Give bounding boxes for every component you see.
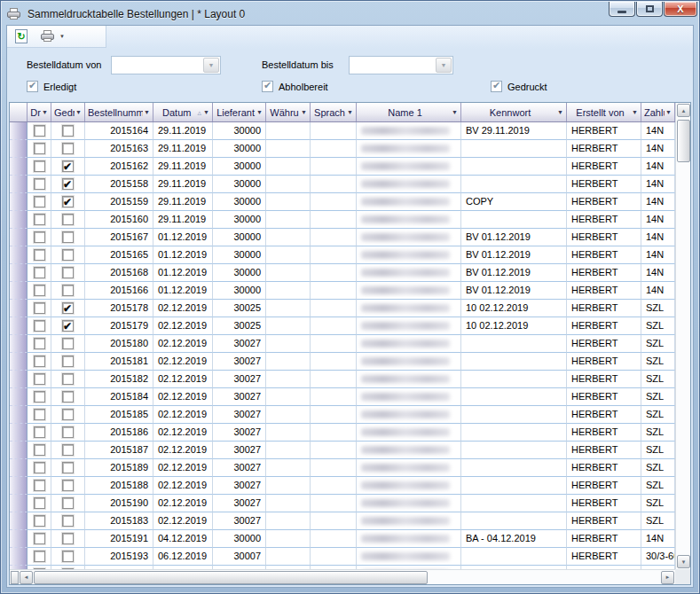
- column-header-name1[interactable]: Name 1 ▼: [357, 103, 461, 121]
- column-filter-dropdown-icon[interactable]: ▼: [301, 109, 307, 115]
- gedr-checkbox[interactable]: [62, 444, 74, 456]
- column-header-lieferant[interactable]: Lieferant ▼: [213, 103, 266, 121]
- table-row[interactable]: 2015166 01.12.2019 30000 BV 01.12.2019 H…: [10, 282, 675, 300]
- column-filter-dropdown-icon[interactable]: ▼: [347, 109, 353, 115]
- hscroll-splitter[interactable]: [11, 571, 19, 584]
- row-indicator[interactable]: [10, 424, 28, 442]
- table-row[interactable]: 2015163 29.11.2019 30000 HERBERT 14N: [10, 140, 675, 158]
- row-indicator[interactable]: [10, 548, 28, 566]
- dr-checkbox[interactable]: [34, 214, 45, 225]
- gedr-checkbox[interactable]: [62, 480, 74, 491]
- table-row[interactable]: 2015185 02.12.2019 30027 HERBERT SZL: [10, 406, 675, 424]
- row-indicator[interactable]: [10, 246, 28, 264]
- scroll-left-icon[interactable]: ◄: [20, 571, 33, 584]
- column-header-datum[interactable]: Datum ▵ ▼: [153, 103, 213, 121]
- table-row[interactable]: 2015164 29.11.2019 30000 BV 29.11.2019 H…: [10, 122, 675, 140]
- row-indicator[interactable]: [10, 140, 28, 158]
- column-filter-dropdown-icon[interactable]: ▼: [42, 109, 48, 115]
- row-indicator[interactable]: [10, 300, 28, 317]
- dr-checkbox[interactable]: [34, 196, 45, 207]
- row-indicator[interactable]: [10, 122, 28, 140]
- table-row[interactable]: 2015181 02.12.2019 30027 HERBERT SZL: [10, 353, 675, 371]
- dr-checkbox[interactable]: [34, 231, 45, 243]
- filter-erledigt[interactable]: Erledigt: [27, 81, 76, 92]
- dr-checkbox[interactable]: [34, 285, 45, 296]
- table-row[interactable]: 2015167 01.12.2019 30000 BV 01.12.2019 H…: [10, 229, 675, 246]
- column-header-zahlung[interactable]: Zahlungs ▼: [641, 103, 675, 121]
- close-button[interactable]: X: [664, 2, 697, 17]
- horizontal-scroll-thumb[interactable]: [34, 571, 428, 584]
- abholbereit-checkbox[interactable]: [262, 81, 273, 92]
- table-row[interactable]: 2015168 01.12.2019 30000 BV 01.12.2019 H…: [10, 264, 675, 282]
- row-indicator[interactable]: [10, 406, 28, 424]
- vertical-scrollbar[interactable]: ▲ ▼: [675, 103, 690, 569]
- gedr-checkbox[interactable]: [62, 302, 74, 314]
- gedr-checkbox[interactable]: [62, 515, 74, 527]
- table-row[interactable]: 2015193 06.12.2019 30007 HERBERT 30/3-60…: [10, 548, 675, 566]
- row-indicator[interactable]: [10, 282, 28, 300]
- titlebar[interactable]: Sammeldrucktabelle Bestellungen | * Layo…: [6, 4, 694, 25]
- dr-checkbox[interactable]: [34, 515, 45, 527]
- row-indicator[interactable]: [10, 512, 28, 530]
- row-indicator[interactable]: [10, 211, 28, 229]
- date-to-input[interactable]: [350, 57, 435, 74]
- filter-gedruckt[interactable]: Gedruckt: [491, 81, 547, 92]
- column-header-sprache[interactable]: Sprach ▼: [311, 103, 357, 121]
- column-filter-dropdown-icon[interactable]: ▼: [557, 109, 563, 115]
- gedr-checkbox[interactable]: [62, 462, 74, 473]
- column-filter-dropdown-icon[interactable]: ▼: [144, 109, 150, 115]
- table-row[interactable]: 2015191 04.12.2019 30000 BA - 04.12.2019…: [10, 530, 675, 548]
- column-header-dr[interactable]: Dr ▼: [28, 103, 51, 121]
- dr-checkbox[interactable]: [34, 338, 45, 349]
- dr-checkbox[interactable]: [34, 551, 45, 562]
- gedr-checkbox[interactable]: [62, 551, 74, 562]
- row-indicator[interactable]: [10, 353, 28, 371]
- date-to-combobox[interactable]: ▼: [349, 56, 453, 74]
- gedr-checkbox[interactable]: [62, 497, 74, 509]
- vertical-scroll-thumb[interactable]: [677, 120, 690, 162]
- row-indicator[interactable]: [10, 335, 28, 353]
- gedr-checkbox[interactable]: [62, 249, 74, 261]
- gedr-checkbox[interactable]: [62, 160, 74, 172]
- scroll-down-icon[interactable]: ▼: [677, 555, 690, 568]
- table-row[interactable]: 2015179 02.12.2019 30025 10 02.12.2019 H…: [10, 317, 675, 335]
- dr-checkbox[interactable]: [34, 480, 45, 491]
- dr-checkbox[interactable]: [34, 426, 45, 438]
- dr-checkbox[interactable]: [34, 497, 45, 509]
- dr-checkbox[interactable]: [34, 409, 45, 420]
- dr-checkbox[interactable]: [34, 249, 45, 261]
- column-header-waehrung[interactable]: Währu ▼: [266, 103, 311, 121]
- dr-checkbox[interactable]: [34, 391, 45, 403]
- dr-checkbox[interactable]: [34, 178, 45, 190]
- row-indicator[interactable]: [10, 317, 28, 335]
- dr-checkbox[interactable]: [34, 462, 45, 473]
- gedr-checkbox[interactable]: [62, 373, 74, 385]
- row-indicator[interactable]: [10, 388, 28, 406]
- gedr-checkbox[interactable]: [62, 391, 74, 403]
- erledigt-checkbox[interactable]: [27, 81, 38, 92]
- gedr-checkbox[interactable]: [62, 125, 74, 137]
- refresh-button[interactable]: ↻: [12, 27, 30, 46]
- column-filter-dropdown-icon[interactable]: ▼: [452, 109, 458, 115]
- gedr-checkbox[interactable]: [62, 338, 74, 349]
- table-row[interactable]: 2015184 02.12.2019 30027 HERBERT SZL: [10, 388, 675, 406]
- row-indicator[interactable]: [10, 264, 28, 282]
- row-indicator[interactable]: [10, 229, 28, 246]
- minimize-button[interactable]: [609, 2, 635, 17]
- date-from-combobox[interactable]: ▼: [111, 56, 221, 74]
- table-row[interactable]: 2015187 02.12.2019 30027 HERBERT SZL: [10, 442, 675, 459]
- row-indicator[interactable]: [10, 442, 28, 459]
- gedr-checkbox[interactable]: [62, 143, 74, 154]
- date-to-dropdown-icon[interactable]: ▼: [436, 58, 452, 73]
- column-header-bestellnummer[interactable]: Bestellnumm ▼: [85, 103, 153, 121]
- date-from-input[interactable]: [112, 57, 202, 74]
- dr-checkbox[interactable]: [34, 320, 45, 332]
- scroll-right-icon[interactable]: ►: [661, 571, 674, 584]
- table-row[interactable]: 2015180 02.12.2019 30027 HERBERT SZL: [10, 335, 675, 353]
- row-indicator[interactable]: [10, 459, 28, 477]
- dr-checkbox[interactable]: [34, 356, 45, 367]
- column-header-erstellt_von[interactable]: Erstellt von ▼: [567, 103, 641, 121]
- gedr-checkbox[interactable]: [62, 426, 74, 438]
- table-row[interactable]: 2015162 29.11.2019 30000 HERBERT 14N: [10, 158, 675, 176]
- dr-checkbox[interactable]: [34, 444, 45, 456]
